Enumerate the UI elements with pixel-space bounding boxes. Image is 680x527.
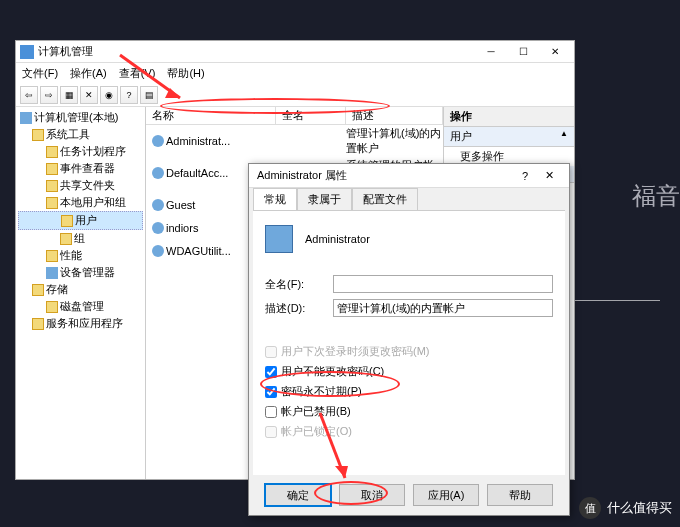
tree-label: 本地用户和组 xyxy=(60,195,126,210)
tool-help[interactable]: ? xyxy=(120,86,138,104)
checkbox xyxy=(265,426,277,438)
folder-icon xyxy=(32,129,44,141)
tree-node[interactable]: 系统工具 xyxy=(18,126,143,143)
user-icon xyxy=(152,245,164,257)
dialog-title: Administrator 属性 xyxy=(257,168,513,183)
apply-button[interactable]: 应用(A) xyxy=(413,484,479,506)
folder-icon xyxy=(46,197,58,209)
user-icon xyxy=(152,167,164,179)
tree-label: 任务计划程序 xyxy=(60,144,126,159)
dialog-close-button[interactable]: ✕ xyxy=(537,169,561,182)
checkbox-row: 帐户已锁定(O) xyxy=(265,424,553,439)
desc-row: 描述(D): xyxy=(265,299,553,317)
close-button[interactable]: ✕ xyxy=(540,43,570,61)
menu-action[interactable]: 操作(A) xyxy=(68,66,109,81)
dialog-titlebar: Administrator 属性 ? ✕ xyxy=(249,164,569,188)
list-row[interactable]: Administrat...管理计算机(域)的内置帐户 xyxy=(146,125,443,157)
user-icon xyxy=(152,135,164,147)
user-name: Administrator xyxy=(305,233,370,245)
tree-node[interactable]: 共享文件夹 xyxy=(18,177,143,194)
folder-icon xyxy=(60,233,72,245)
checkbox[interactable] xyxy=(265,366,277,378)
tool-up[interactable]: ▦ xyxy=(60,86,78,104)
help-button[interactable]: 帮助 xyxy=(487,484,553,506)
tree-node[interactable]: 事件查看器 xyxy=(18,160,143,177)
col-fullname[interactable]: 全名 xyxy=(276,107,346,124)
tool-delete[interactable]: ✕ xyxy=(80,86,98,104)
tree-label: 组 xyxy=(74,231,85,246)
checkbox-row: 密码永不过期(P) xyxy=(265,384,553,399)
tree-pane[interactable]: 计算机管理(本地)系统工具任务计划程序事件查看器共享文件夹本地用户和组用户组性能… xyxy=(16,107,146,479)
desc-label: 描述(D): xyxy=(265,301,325,316)
tree-label: 存储 xyxy=(46,282,68,297)
tree-node[interactable]: 性能 xyxy=(18,247,143,264)
tree-node[interactable]: 本地用户和组 xyxy=(18,194,143,211)
tree-node[interactable]: 任务计划程序 xyxy=(18,143,143,160)
minimize-button[interactable]: ─ xyxy=(476,43,506,61)
checkbox xyxy=(265,346,277,358)
col-name[interactable]: 名称 xyxy=(146,107,276,124)
folder-icon xyxy=(61,215,73,227)
folder-icon xyxy=(46,250,58,262)
folder-icon xyxy=(32,318,44,330)
folder-icon xyxy=(46,180,58,192)
checkbox[interactable] xyxy=(265,406,277,418)
checkbox-label: 用户不能更改密码(C) xyxy=(281,364,384,379)
tree-label: 系统工具 xyxy=(46,127,90,142)
tree-node[interactable]: 计算机管理(本地) xyxy=(18,109,143,126)
dialog-buttons: 确定 取消 应用(A) 帮助 xyxy=(249,475,569,515)
fullname-input[interactable] xyxy=(333,275,553,293)
actions-section-users[interactable]: 用户▲ xyxy=(444,127,574,147)
checkbox-row: 用户不能更改密码(C) xyxy=(265,364,553,379)
titlebar: 计算机管理 ─ ☐ ✕ xyxy=(16,41,574,63)
properties-dialog: Administrator 属性 ? ✕ 常规 隶属于 配置文件 Adminis… xyxy=(248,163,570,516)
checkbox-label: 帐户已锁定(O) xyxy=(281,424,352,439)
watermark: 值 什么值得买 xyxy=(579,497,672,519)
menubar: 文件(F) 操作(A) 查看(V) 帮助(H) xyxy=(16,63,574,83)
col-desc[interactable]: 描述 xyxy=(346,107,443,124)
dialog-tabs: 常规 隶属于 配置文件 xyxy=(249,188,569,210)
tree-node[interactable]: 磁盘管理 xyxy=(18,298,143,315)
tree-node[interactable]: 组 xyxy=(18,230,143,247)
window-title: 计算机管理 xyxy=(38,44,476,59)
tool-back[interactable]: ⇦ xyxy=(20,86,38,104)
menu-help[interactable]: 帮助(H) xyxy=(165,66,206,81)
checkbox-row: 用户下次登录时须更改密码(M) xyxy=(265,344,553,359)
folder-icon xyxy=(32,284,44,296)
comp-icon xyxy=(20,112,32,124)
menu-file[interactable]: 文件(F) xyxy=(20,66,60,81)
desc-input[interactable] xyxy=(333,299,553,317)
folder-icon xyxy=(46,146,58,158)
tree-label: 性能 xyxy=(60,248,82,263)
tree-node[interactable]: 服务和应用程序 xyxy=(18,315,143,332)
tool-refresh[interactable]: ◉ xyxy=(100,86,118,104)
toolbar: ⇦ ⇨ ▦ ✕ ◉ ? ▤ xyxy=(16,83,574,107)
tree-label: 设备管理器 xyxy=(60,265,115,280)
tree-label: 用户 xyxy=(75,213,97,228)
user-icon xyxy=(152,199,164,211)
fullname-label: 全名(F): xyxy=(265,277,325,292)
checkbox-label: 帐户已禁用(B) xyxy=(281,404,351,419)
dialog-help-button[interactable]: ? xyxy=(513,170,537,182)
tab-profile[interactable]: 配置文件 xyxy=(352,188,418,210)
checkbox-row: 帐户已禁用(B) xyxy=(265,404,553,419)
actions-header: 操作 xyxy=(444,107,574,127)
user-icon xyxy=(152,222,164,234)
tab-memberof[interactable]: 隶属于 xyxy=(297,188,352,210)
checkbox[interactable] xyxy=(265,386,277,398)
tree-label: 磁盘管理 xyxy=(60,299,104,314)
watermark-badge-icon: 值 xyxy=(579,497,601,519)
tree-node[interactable]: 用户 xyxy=(18,211,143,230)
cancel-button[interactable]: 取消 xyxy=(339,484,405,506)
maximize-button[interactable]: ☐ xyxy=(508,43,538,61)
menu-view[interactable]: 查看(V) xyxy=(117,66,158,81)
tab-general[interactable]: 常规 xyxy=(253,188,297,210)
ok-button[interactable]: 确定 xyxy=(265,484,331,506)
user-icon xyxy=(265,225,293,253)
list-header: 名称 全名 描述 xyxy=(146,107,443,125)
tree-node[interactable]: 设备管理器 xyxy=(18,264,143,281)
tree-label: 事件查看器 xyxy=(60,161,115,176)
tree-node[interactable]: 存储 xyxy=(18,281,143,298)
tool-fwd[interactable]: ⇨ xyxy=(40,86,58,104)
tool-list[interactable]: ▤ xyxy=(140,86,158,104)
